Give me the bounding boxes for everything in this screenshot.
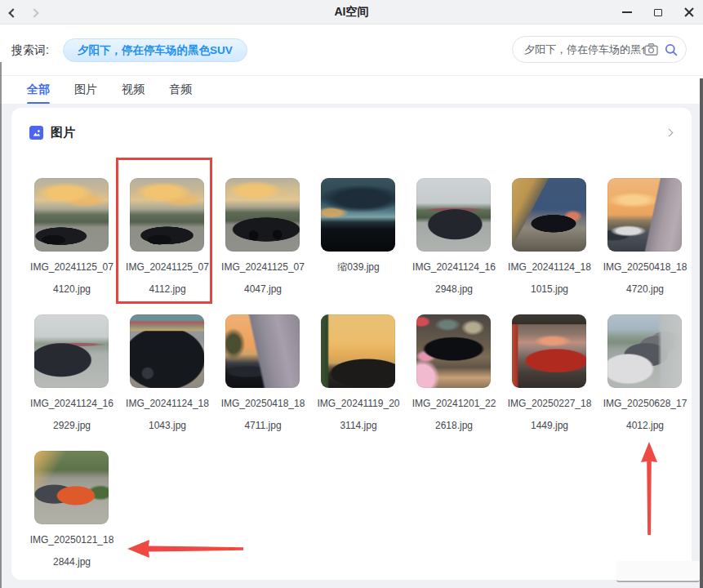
photo-item-highlighted[interactable]: IMG_20241125_074112.jpg: [130, 178, 225, 301]
photo-filename: IMG_20241125_074047.jpg: [220, 256, 306, 301]
photo-item[interactable]: IMG_20241125_074120.jpg: [34, 178, 130, 301]
search-term-label: 搜索词:: [11, 43, 49, 58]
photo-filename: IMG_20241124_162929.jpg: [29, 393, 115, 437]
titlebar: AI空间: [0, 0, 703, 24]
filter-tabs: 全部 图片 视频 音频: [0, 75, 703, 104]
photo-item[interactable]: IMG_20250227_181449.jpg: [512, 314, 607, 437]
photo-filename: IMG_20241124_181043.jpg: [124, 393, 211, 437]
photo-item[interactable]: IMG_20250418_184720.jpg: [607, 178, 703, 301]
tab-audio[interactable]: 音频: [169, 76, 192, 105]
window-edge-right: [700, 78, 703, 588]
tab-all[interactable]: 全部: [27, 76, 50, 105]
photo-item[interactable]: IMG_20250418_184711.jpg: [225, 314, 321, 437]
window-edge-left: [0, 62, 2, 588]
photo-thumbnail[interactable]: [321, 314, 395, 388]
photo-item[interactable]: IMG_20250121_182844.jpg: [34, 451, 130, 573]
photo-thumbnail[interactable]: [34, 451, 109, 524]
photo-filename: IMG_20250227_181449.jpg: [506, 393, 593, 437]
close-icon: [684, 7, 694, 17]
photo-thumbnail[interactable]: [512, 178, 586, 252]
watermark-patch: [616, 561, 700, 582]
photo-filename: IMG_20241201_222618.jpg: [411, 393, 497, 437]
photo-filename: IMG_20250418_184711.jpg: [220, 393, 306, 437]
photo-item[interactable]: IMG_20241124_181015.jpg: [512, 178, 607, 301]
photo-filename: IMG_20250628_174012.jpg: [602, 393, 688, 437]
tab-images[interactable]: 图片: [74, 76, 97, 105]
photo-item[interactable]: IMG_20241125_074047.jpg: [225, 178, 321, 301]
close-button[interactable]: [683, 7, 695, 18]
photo-thumbnail[interactable]: [130, 314, 204, 388]
photo-grid: IMG_20241125_074120.jpg IMG_20241125_074…: [34, 178, 703, 573]
search-input[interactable]: [524, 43, 644, 56]
minimize-button[interactable]: [621, 7, 633, 18]
photo-item[interactable]: IMG_20241119_203114.jpg: [321, 314, 416, 437]
camera-icon[interactable]: [644, 43, 658, 56]
photo-filename: IMG_20241125_074120.jpg: [29, 256, 115, 301]
photo-thumbnail[interactable]: [416, 178, 491, 252]
photo-filename: IMG_20241124_181015.jpg: [506, 256, 593, 301]
photo-item[interactable]: IMG_20250628_174012.jpg: [607, 314, 703, 437]
search-row: 搜索词: 夕阳下，停在停车场的黑色SUV: [0, 25, 703, 75]
photo-item[interactable]: IMG_20241201_222618.jpg: [416, 314, 512, 437]
photo-item[interactable]: IMG_20241124_181043.jpg: [130, 314, 225, 437]
photo-thumbnail[interactable]: [225, 314, 300, 388]
image-icon: [29, 126, 43, 140]
photo-thumbnail[interactable]: [416, 314, 491, 388]
search-box[interactable]: [512, 36, 687, 63]
photo-thumbnail[interactable]: [321, 178, 395, 252]
photo-thumbnail[interactable]: [34, 314, 109, 388]
minimize-icon: [622, 11, 632, 13]
photo-item[interactable]: IMG_20241124_162948.jpg: [416, 178, 512, 301]
photo-filename: IMG_20250121_182844.jpg: [29, 529, 115, 573]
photo-thumbnail[interactable]: [607, 314, 682, 388]
photo-thumbnail[interactable]: [34, 178, 109, 252]
photo-filename: IMG_20250418_184720.jpg: [602, 256, 688, 301]
window-title: AI空间: [0, 5, 703, 20]
chevron-right-icon[interactable]: [665, 129, 674, 137]
photo-thumbnail[interactable]: [607, 178, 682, 252]
section-title: 图片: [51, 125, 75, 140]
photo-item[interactable]: IMG_20241124_162929.jpg: [34, 314, 130, 437]
tab-videos[interactable]: 视频: [122, 76, 145, 105]
magnifier-icon[interactable]: [665, 43, 678, 56]
photo-item[interactable]: 缩039.jpg: [321, 178, 416, 301]
photo-thumbnail[interactable]: [225, 178, 300, 252]
search-term-chip[interactable]: 夕阳下，停在停车场的黑色SUV: [63, 38, 247, 62]
photo-filename: IMG_20241119_203114.jpg: [315, 393, 402, 437]
photo-filename: 缩039.jpg: [315, 256, 402, 278]
photo-thumbnail[interactable]: [512, 314, 586, 388]
photo-thumbnail[interactable]: [130, 178, 204, 252]
content-area: 图片 IMG_20241125_074120.jpg IMG_20241125_…: [0, 104, 703, 588]
maximize-icon: [654, 9, 662, 16]
maximize-button[interactable]: [652, 7, 664, 18]
photo-filename: IMG_20241125_074112.jpg: [124, 256, 211, 301]
images-section-card: 图片 IMG_20241125_074120.jpg IMG_20241125_…: [11, 108, 692, 580]
photo-filename: IMG_20241124_162948.jpg: [411, 256, 497, 301]
